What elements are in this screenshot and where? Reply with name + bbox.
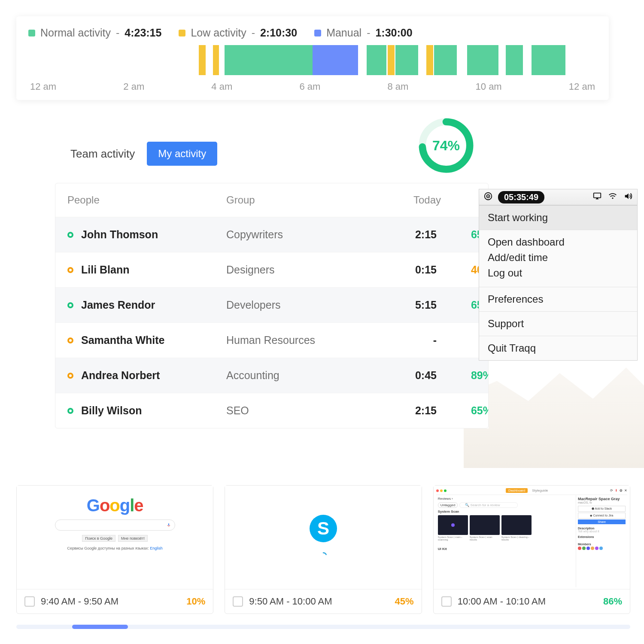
person-name: Billy Wilson — [81, 404, 142, 417]
screenshot-preview-skype: S — [225, 486, 421, 589]
person-group: Designers — [226, 264, 364, 276]
person-name: Andrea Norbert — [81, 369, 160, 382]
screenshot-footer: 10:00 AM - 10:10 AM 86% — [434, 589, 630, 614]
swatch-normal — [28, 30, 35, 36]
screenshot-timerange: 9:50 AM - 10:00 AM — [249, 596, 332, 607]
table-row[interactable]: Lili BlannDesigners0:1540% — [55, 252, 488, 287]
screenshot-timerange: 9:40 AM - 9:50 AM — [41, 596, 118, 607]
legend-manual-value: 1:30:00 — [375, 27, 412, 39]
person-group: SEO — [226, 404, 364, 417]
table-row[interactable]: James RendorDevelopers5:1565% — [55, 287, 488, 322]
legend-manual: Manual - 1:30:00 — [314, 27, 413, 39]
menu-log-out[interactable]: Log out — [488, 265, 629, 281]
volume-icon[interactable] — [623, 191, 633, 203]
screenshot-row: Google Поиск в Google Мне повезёт! Серви… — [16, 485, 630, 614]
scrollbar-thumb[interactable] — [72, 625, 128, 629]
timeline-segment[interactable] — [532, 45, 565, 75]
timeline-segment[interactable] — [213, 45, 219, 75]
today-time: 0:45 — [364, 369, 441, 382]
google-logo: Google — [17, 496, 213, 515]
timeline-segment[interactable] — [199, 45, 206, 75]
screenshot-pct: 86% — [603, 596, 622, 607]
table-row[interactable]: Andrea NorbertAccounting0:4589% — [55, 358, 488, 393]
person-name: Lili Blann — [81, 264, 130, 276]
timeline-card: Normal activity - 4:23:15 Low activity -… — [16, 16, 609, 100]
menu-preferences[interactable]: Preferences — [479, 287, 637, 312]
traffic-lights-icon — [436, 489, 447, 492]
svg-rect-5 — [594, 193, 601, 198]
header-people: People — [67, 194, 226, 206]
screenshot-checkbox[interactable] — [233, 596, 243, 607]
mac-menubar: 05:35:49 — [479, 189, 638, 205]
app-breadcrumb: Reviews › — [438, 497, 571, 501]
svg-point-4 — [488, 196, 489, 197]
table-row[interactable]: Billy WilsonSEO2:1565% — [55, 393, 488, 428]
activity-card: Team activity My activity People Group T… — [55, 133, 489, 428]
screenshot-checkbox[interactable] — [24, 596, 35, 607]
legend-manual-label: Manual — [326, 27, 361, 39]
activity-table: People Group Today John ThomsonCopywrite… — [55, 183, 489, 428]
header-today: Today — [364, 194, 441, 206]
google-lucky-button: Мне повезёт! — [118, 535, 148, 542]
timeline-segment[interactable] — [225, 45, 313, 75]
screenshot-preview-app: Dashboard Styleguide ⟳ ⬇ ✿ ✕ Reviews › U… — [434, 486, 630, 589]
close-icon: ✕ — [624, 489, 627, 492]
menu-add-edit-time[interactable]: Add/edit time — [488, 250, 629, 265]
axis-tick: 8 am — [387, 81, 408, 92]
today-time: 0:15 — [364, 264, 441, 276]
menu-group: Open dashboard Add/edit time Log out — [479, 230, 637, 287]
table-header: People Group Today — [55, 183, 488, 217]
download-icon: ⬇ — [615, 489, 618, 492]
person-group: Accounting — [226, 369, 364, 382]
timeline-segment[interactable] — [395, 45, 418, 75]
person-name: James Rendor — [81, 299, 155, 311]
status-dot-icon — [67, 408, 73, 414]
app-tab-styleguide: Styleguide — [529, 488, 550, 493]
progress-ring-value: 74% — [416, 116, 476, 175]
table-row[interactable]: Samantha WhiteHuman Resources- — [55, 322, 488, 358]
timeline-segment[interactable] — [506, 45, 523, 75]
screenshot-preview-google: Google Поиск в Google Мне повезёт! Серви… — [17, 486, 213, 589]
menu-open-dashboard[interactable]: Open dashboard — [488, 234, 629, 250]
timeline-segment[interactable] — [434, 45, 457, 75]
timeline-bar[interactable] — [28, 45, 597, 75]
timeline-segment[interactable] — [467, 45, 498, 75]
timeline-segment[interactable] — [388, 45, 395, 75]
legend-low-value: 2:10:30 — [260, 27, 297, 39]
svg-rect-7 — [168, 523, 169, 526]
swatch-manual — [314, 30, 321, 36]
screenshot-pct: 45% — [395, 596, 414, 607]
person-name: Samantha White — [81, 334, 164, 346]
app-tray-icon[interactable] — [483, 191, 493, 203]
app-search: 🔍 Search for a review — [459, 502, 517, 508]
timeline-segment[interactable] — [426, 45, 433, 75]
airplay-icon[interactable] — [592, 191, 602, 203]
app-tab-dashboard: Dashboard — [506, 488, 528, 493]
person-group: Copywriters — [226, 228, 364, 241]
screenshot-card-2[interactable]: S 9:50 AM - 10:00 AM 45% — [225, 485, 422, 614]
status-dot-icon — [67, 337, 73, 343]
menu-support[interactable]: Support — [479, 312, 637, 336]
horizontal-scrollbar[interactable] — [16, 625, 630, 629]
table-row[interactable]: John ThomsonCopywriters2:1565% — [55, 217, 488, 252]
wifi-icon[interactable] — [608, 191, 617, 203]
axis-tick: 4 am — [211, 81, 232, 92]
tab-team-activity[interactable]: Team activity — [68, 143, 137, 165]
gear-icon: ✿ — [620, 489, 623, 492]
screenshot-footer: 9:50 AM - 10:00 AM 45% — [225, 589, 421, 614]
tray-dropdown: Start working Open dashboard Add/edit ti… — [479, 205, 638, 361]
today-time: 2:15 — [364, 404, 441, 417]
timeline-segment[interactable] — [313, 45, 358, 75]
timeline-segment[interactable] — [367, 45, 386, 75]
legend-normal-value: 4:23:15 — [125, 27, 161, 39]
screenshot-checkbox[interactable] — [441, 596, 452, 607]
screenshot-card-3[interactable]: Dashboard Styleguide ⟳ ⬇ ✿ ✕ Reviews › U… — [433, 485, 630, 614]
screenshot-timerange: 10:00 AM - 10:10 AM — [458, 596, 546, 607]
screenshot-footer: 9:40 AM - 9:50 AM 10% — [17, 589, 213, 614]
screenshot-card-1[interactable]: Google Поиск в Google Мне повезёт! Серви… — [16, 485, 213, 614]
menubar-timer[interactable]: 05:35:49 — [498, 191, 544, 204]
tab-my-activity[interactable]: My activity — [147, 142, 217, 166]
menu-start-working[interactable]: Start working — [479, 206, 637, 230]
menu-quit[interactable]: Quit Traqq — [479, 336, 637, 360]
legend-low: Low activity - 2:10:30 — [179, 27, 297, 39]
